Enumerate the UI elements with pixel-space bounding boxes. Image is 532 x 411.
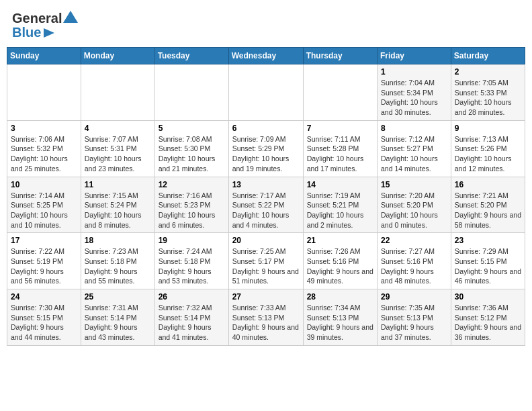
day-number: 12 [159, 180, 225, 189]
calendar-day-cell: 12Sunrise: 7:16 AM Sunset: 5:23 PM Dayli… [154, 177, 228, 233]
day-number: 14 [307, 180, 373, 189]
calendar-week-row: 3Sunrise: 7:06 AM Sunset: 5:32 PM Daylig… [7, 120, 525, 177]
calendar-day-cell: 8Sunrise: 7:12 AM Sunset: 5:27 PM Daylig… [378, 120, 451, 177]
day-number: 5 [159, 124, 225, 133]
day-info: Sunrise: 7:24 AM Sunset: 5:18 PM Dayligh… [159, 246, 225, 286]
day-of-week-header: Wednesday [228, 48, 303, 64]
day-number: 20 [232, 236, 300, 245]
day-info: Sunrise: 7:14 AM Sunset: 5:25 PM Dayligh… [11, 191, 77, 230]
day-info: Sunrise: 7:34 AM Sunset: 5:13 PM Dayligh… [307, 303, 373, 342]
day-info: Sunrise: 7:20 AM Sunset: 5:20 PM Dayligh… [381, 191, 447, 230]
calendar-day-cell: 1Sunrise: 7:04 AM Sunset: 5:34 PM Daylig… [378, 64, 451, 121]
calendar-day-cell: 18Sunrise: 7:23 AM Sunset: 5:18 PM Dayli… [81, 233, 154, 289]
calendar-day-cell: 29Sunrise: 7:35 AM Sunset: 5:13 PM Dayli… [378, 289, 451, 346]
calendar-day-cell: 23Sunrise: 7:29 AM Sunset: 5:15 PM Dayli… [451, 233, 525, 289]
logo-triangle-icon [63, 11, 78, 23]
calendar-day-cell: 5Sunrise: 7:08 AM Sunset: 5:30 PM Daylig… [154, 120, 228, 177]
day-number: 28 [307, 292, 373, 302]
day-number: 26 [159, 292, 225, 302]
calendar-day-cell: 22Sunrise: 7:27 AM Sunset: 5:16 PM Dayli… [378, 233, 451, 289]
day-number: 27 [232, 292, 300, 302]
day-info: Sunrise: 7:15 AM Sunset: 5:24 PM Dayligh… [85, 191, 151, 230]
day-number: 22 [381, 236, 447, 245]
calendar-day-cell: 19Sunrise: 7:24 AM Sunset: 5:18 PM Dayli… [154, 233, 228, 289]
day-info: Sunrise: 7:09 AM Sunset: 5:29 PM Dayligh… [232, 134, 300, 174]
day-number: 11 [85, 180, 151, 189]
calendar-day-cell: 30Sunrise: 7:36 AM Sunset: 5:12 PM Dayli… [451, 289, 525, 346]
day-number: 6 [232, 124, 300, 133]
day-number: 16 [455, 180, 521, 189]
calendar-day-cell: 15Sunrise: 7:20 AM Sunset: 5:20 PM Dayli… [378, 177, 451, 233]
day-info: Sunrise: 7:33 AM Sunset: 5:13 PM Dayligh… [232, 303, 300, 342]
day-number: 13 [232, 180, 300, 189]
day-info: Sunrise: 7:11 AM Sunset: 5:28 PM Dayligh… [307, 134, 373, 174]
day-info: Sunrise: 7:22 AM Sunset: 5:19 PM Dayligh… [11, 246, 77, 286]
calendar-table: SundayMondayTuesdayWednesdayThursdayFrid… [7, 47, 525, 346]
calendar-day-cell: 2Sunrise: 7:05 AM Sunset: 5:33 PM Daylig… [451, 64, 525, 121]
logo-arrow-icon [44, 28, 54, 38]
calendar-day-cell: 3Sunrise: 7:06 AM Sunset: 5:32 PM Daylig… [7, 120, 81, 177]
day-number: 3 [11, 124, 77, 133]
calendar-day-cell: 11Sunrise: 7:15 AM Sunset: 5:24 PM Dayli… [81, 177, 154, 233]
day-info: Sunrise: 7:26 AM Sunset: 5:16 PM Dayligh… [307, 246, 373, 286]
day-info: Sunrise: 7:35 AM Sunset: 5:13 PM Dayligh… [381, 303, 447, 342]
calendar-week-row: 24Sunrise: 7:30 AM Sunset: 5:15 PM Dayli… [7, 289, 525, 346]
calendar-day-cell: 20Sunrise: 7:25 AM Sunset: 5:17 PM Dayli… [228, 233, 303, 289]
calendar-day-cell: 27Sunrise: 7:33 AM Sunset: 5:13 PM Dayli… [228, 289, 303, 346]
logo: General Blue [12, 11, 78, 40]
day-number: 7 [307, 124, 373, 133]
day-of-week-header: Tuesday [154, 48, 228, 64]
calendar-day-cell [303, 64, 377, 121]
day-of-week-header: Friday [378, 48, 451, 64]
logo-text-blue: Blue [12, 25, 41, 40]
day-number: 17 [11, 236, 77, 245]
day-info: Sunrise: 7:12 AM Sunset: 5:27 PM Dayligh… [381, 134, 447, 174]
calendar-day-cell: 28Sunrise: 7:34 AM Sunset: 5:13 PM Dayli… [303, 289, 377, 346]
day-info: Sunrise: 7:25 AM Sunset: 5:17 PM Dayligh… [232, 246, 300, 286]
day-number: 24 [11, 292, 77, 302]
page-header: General Blue [7, 7, 525, 44]
day-info: Sunrise: 7:19 AM Sunset: 5:21 PM Dayligh… [307, 191, 373, 230]
day-number: 25 [85, 292, 151, 302]
calendar-day-cell: 4Sunrise: 7:07 AM Sunset: 5:31 PM Daylig… [81, 120, 154, 177]
day-info: Sunrise: 7:27 AM Sunset: 5:16 PM Dayligh… [381, 246, 447, 286]
day-info: Sunrise: 7:06 AM Sunset: 5:32 PM Dayligh… [11, 134, 77, 174]
day-number: 10 [11, 180, 77, 189]
calendar-day-cell [228, 64, 303, 121]
day-of-week-header: Monday [81, 48, 154, 64]
day-number: 8 [381, 124, 447, 133]
day-number: 4 [85, 124, 151, 133]
calendar-week-row: 17Sunrise: 7:22 AM Sunset: 5:19 PM Dayli… [7, 233, 525, 289]
day-of-week-header: Saturday [451, 48, 525, 64]
day-info: Sunrise: 7:05 AM Sunset: 5:33 PM Dayligh… [455, 78, 521, 118]
day-number: 1 [381, 67, 447, 77]
calendar-day-cell [154, 64, 228, 121]
calendar-day-cell: 25Sunrise: 7:31 AM Sunset: 5:14 PM Dayli… [81, 289, 154, 346]
day-info: Sunrise: 7:16 AM Sunset: 5:23 PM Dayligh… [159, 191, 225, 230]
logo-text-general: General [12, 11, 62, 26]
day-info: Sunrise: 7:36 AM Sunset: 5:12 PM Dayligh… [455, 303, 521, 342]
day-of-week-header: Thursday [303, 48, 377, 64]
day-number: 18 [85, 236, 151, 245]
day-info: Sunrise: 7:17 AM Sunset: 5:22 PM Dayligh… [232, 191, 300, 230]
day-info: Sunrise: 7:13 AM Sunset: 5:26 PM Dayligh… [455, 134, 521, 174]
day-number: 19 [159, 236, 225, 245]
day-info: Sunrise: 7:29 AM Sunset: 5:15 PM Dayligh… [455, 246, 521, 286]
calendar-day-cell: 6Sunrise: 7:09 AM Sunset: 5:29 PM Daylig… [228, 120, 303, 177]
calendar-week-row: 10Sunrise: 7:14 AM Sunset: 5:25 PM Dayli… [7, 177, 525, 233]
day-info: Sunrise: 7:07 AM Sunset: 5:31 PM Dayligh… [85, 134, 151, 174]
calendar-day-cell: 14Sunrise: 7:19 AM Sunset: 5:21 PM Dayli… [303, 177, 377, 233]
day-number: 23 [455, 236, 521, 245]
calendar-day-cell: 10Sunrise: 7:14 AM Sunset: 5:25 PM Dayli… [7, 177, 81, 233]
calendar-day-cell: 7Sunrise: 7:11 AM Sunset: 5:28 PM Daylig… [303, 120, 377, 177]
day-info: Sunrise: 7:21 AM Sunset: 5:20 PM Dayligh… [455, 191, 521, 230]
calendar-day-cell: 17Sunrise: 7:22 AM Sunset: 5:19 PM Dayli… [7, 233, 81, 289]
calendar-day-cell: 9Sunrise: 7:13 AM Sunset: 5:26 PM Daylig… [451, 120, 525, 177]
calendar-day-cell [81, 64, 154, 121]
calendar-day-cell [7, 64, 81, 121]
day-info: Sunrise: 7:04 AM Sunset: 5:34 PM Dayligh… [381, 78, 447, 118]
day-info: Sunrise: 7:23 AM Sunset: 5:18 PM Dayligh… [85, 246, 151, 286]
calendar-day-cell: 21Sunrise: 7:26 AM Sunset: 5:16 PM Dayli… [303, 233, 377, 289]
day-info: Sunrise: 7:32 AM Sunset: 5:14 PM Dayligh… [159, 303, 225, 342]
calendar-day-cell: 13Sunrise: 7:17 AM Sunset: 5:22 PM Dayli… [228, 177, 303, 233]
